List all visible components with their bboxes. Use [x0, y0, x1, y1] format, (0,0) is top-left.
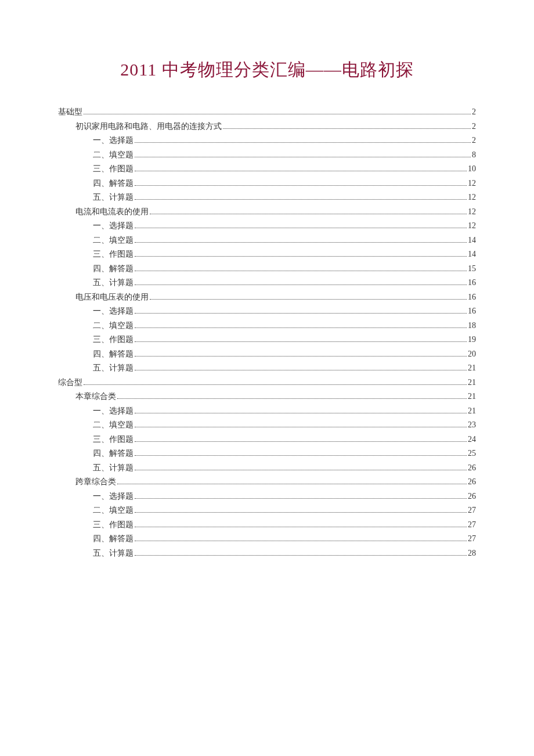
- toc-entry-label: 一、选择题: [93, 307, 134, 315]
- toc-entry-page: 12: [468, 222, 476, 230]
- toc-leader-dots: [150, 214, 467, 214]
- toc-entry-label: 三、作图题: [93, 521, 134, 529]
- toc-entry[interactable]: 三、作图题27: [58, 521, 476, 529]
- toc-entry[interactable]: 五、计算题16: [58, 279, 476, 287]
- toc-entry[interactable]: 四、解答题20: [58, 350, 476, 358]
- toc-leader-dots: [135, 327, 467, 328]
- toc-leader-dots: [135, 142, 471, 143]
- toc-entry-label: 初识家用电路和电路、用电器的连接方式: [75, 123, 222, 131]
- toc-entry[interactable]: 跨章综合类26: [58, 478, 476, 486]
- toc-entry[interactable]: 一、选择题26: [58, 492, 476, 501]
- toc-entry[interactable]: 一、选择题12: [58, 222, 476, 230]
- toc-entry-page: 26: [468, 492, 476, 501]
- toc-entry[interactable]: 初识家用电路和电路、用电器的连接方式2: [58, 123, 476, 131]
- toc-leader-dots: [135, 498, 467, 499]
- document-page: 2011 中考物理分类汇编——电路初探 基础型2初识家用电路和电路、用电器的连接…: [0, 0, 534, 756]
- toc-entry[interactable]: 二、填空题27: [58, 506, 476, 514]
- toc-entry-page: 2: [472, 123, 476, 131]
- toc-entry[interactable]: 综合型21: [58, 379, 476, 387]
- toc-leader-dots: [135, 455, 467, 456]
- toc-leader-dots: [135, 555, 467, 556]
- toc-leader-dots: [117, 398, 467, 399]
- toc-leader-dots: [135, 157, 471, 157]
- toc-leader-dots: [223, 128, 471, 129]
- toc-entry-page: 27: [468, 506, 476, 514]
- toc-entry[interactable]: 三、作图题10: [58, 165, 476, 173]
- toc-entry[interactable]: 四、解答题12: [58, 179, 476, 188]
- toc-entry[interactable]: 一、选择题2: [58, 136, 476, 145]
- toc-entry-label: 三、作图题: [93, 435, 134, 444]
- toc-entry[interactable]: 五、计算题26: [58, 464, 476, 472]
- toc-entry[interactable]: 一、选择题16: [58, 307, 476, 315]
- toc-entry[interactable]: 三、作图题14: [58, 250, 476, 258]
- toc-leader-dots: [135, 527, 467, 527]
- toc-entry[interactable]: 基础型2: [58, 108, 476, 116]
- toc-entry-page: 16: [468, 293, 476, 301]
- toc-entry-page: 18: [468, 322, 476, 330]
- toc-entry-label: 电压和电压表的使用: [75, 293, 149, 301]
- toc-entry-page: 2: [472, 136, 476, 145]
- toc-entry-label: 综合型: [58, 379, 82, 387]
- toc-entry-page: 21: [468, 364, 476, 372]
- toc-entry[interactable]: 四、解答题15: [58, 265, 476, 273]
- toc-entry[interactable]: 四、解答题25: [58, 449, 476, 458]
- toc-entry-label: 一、选择题: [93, 407, 134, 415]
- toc-entry-label: 基础型: [58, 108, 82, 116]
- toc-entry-page: 12: [468, 179, 476, 188]
- toc-entry[interactable]: 二、填空题8: [58, 151, 476, 159]
- toc-entry-label: 二、填空题: [93, 421, 134, 429]
- toc-leader-dots: [135, 271, 467, 271]
- toc-leader-dots: [135, 242, 467, 243]
- document-title: 2011 中考物理分类汇编——电路初探: [58, 58, 476, 82]
- toc-entry[interactable]: 二、填空题14: [58, 236, 476, 244]
- toc-leader-dots: [135, 427, 467, 427]
- toc-entry-label: 本章综合类: [75, 393, 116, 401]
- toc-leader-dots: [135, 370, 467, 370]
- toc-entry-page: 28: [468, 549, 476, 557]
- toc-entry[interactable]: 本章综合类21: [58, 393, 476, 401]
- toc-entry[interactable]: 四、解答题27: [58, 535, 476, 543]
- toc-leader-dots: [84, 384, 467, 385]
- toc-entry-page: 21: [468, 393, 476, 401]
- toc-entry-label: 跨章综合类: [75, 478, 116, 486]
- toc-entry-page: 27: [468, 521, 476, 529]
- toc-entry-page: 25: [468, 449, 476, 458]
- toc-leader-dots: [135, 356, 467, 357]
- toc-leader-dots: [135, 413, 467, 413]
- toc-entry-page: 27: [468, 535, 476, 543]
- toc-leader-dots: [135, 541, 467, 541]
- toc-entry[interactable]: 二、填空题23: [58, 421, 476, 429]
- toc-entry[interactable]: 五、计算题28: [58, 549, 476, 557]
- toc-entry[interactable]: 三、作图题19: [58, 336, 476, 344]
- toc-entry-label: 一、选择题: [93, 492, 134, 501]
- toc-leader-dots: [135, 185, 467, 186]
- toc-entry-page: 8: [472, 151, 476, 159]
- toc-entry-label: 电流和电流表的使用: [75, 208, 149, 216]
- toc-entry[interactable]: 电压和电压表的使用16: [58, 293, 476, 301]
- toc-leader-dots: [117, 484, 467, 484]
- toc-entry[interactable]: 五、计算题21: [58, 364, 476, 372]
- toc-entry-label: 二、填空题: [93, 151, 134, 159]
- toc-leader-dots: [135, 512, 467, 513]
- toc-entry-page: 14: [468, 250, 476, 258]
- toc-entry-page: 10: [468, 165, 476, 173]
- toc-leader-dots: [150, 299, 467, 300]
- toc-entry-label: 五、计算题: [93, 464, 134, 472]
- toc-entry[interactable]: 三、作图题24: [58, 435, 476, 444]
- toc-entry-label: 三、作图题: [93, 165, 134, 173]
- toc-entry-label: 二、填空题: [93, 506, 134, 514]
- toc-leader-dots: [84, 114, 471, 114]
- toc-entry[interactable]: 五、计算题12: [58, 193, 476, 201]
- toc-leader-dots: [135, 470, 467, 470]
- toc-entry-label: 五、计算题: [93, 364, 134, 372]
- toc-entry[interactable]: 电流和电流表的使用12: [58, 208, 476, 216]
- toc-entry-label: 四、解答题: [93, 350, 134, 358]
- toc-entry[interactable]: 二、填空题18: [58, 322, 476, 330]
- toc-entry-page: 16: [468, 307, 476, 315]
- toc-entry-page: 21: [468, 407, 476, 415]
- toc-entry-label: 四、解答题: [93, 265, 134, 273]
- toc-leader-dots: [135, 441, 467, 442]
- toc-entry-label: 四、解答题: [93, 449, 134, 458]
- toc-entry-label: 四、解答题: [93, 535, 134, 543]
- toc-entry[interactable]: 一、选择题21: [58, 407, 476, 415]
